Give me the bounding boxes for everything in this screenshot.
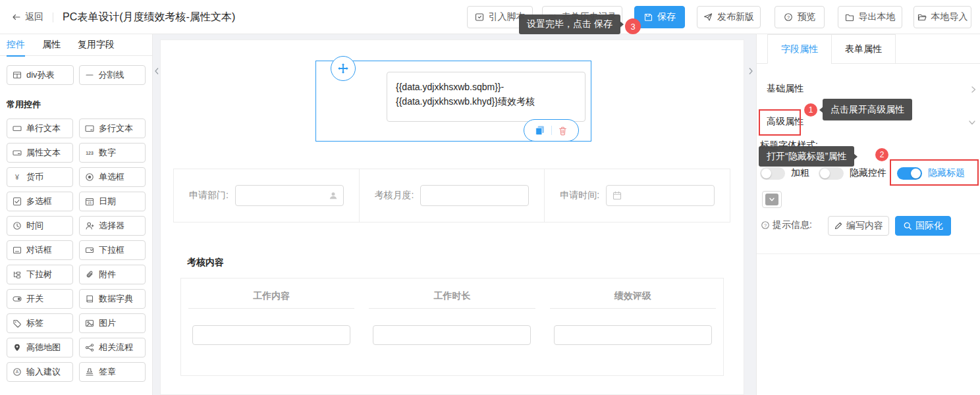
header: 返回 PC表单设计(月度绩效考核-属性文本) 引入脚本 表单历史记录 保存 发布…: [0, 0, 980, 34]
control-item[interactable]: ¥货币: [7, 167, 73, 187]
move-handle[interactable]: [331, 56, 356, 81]
chevron-right-icon[interactable]: [969, 85, 978, 94]
import-local-button[interactable]: 本地导入: [913, 6, 971, 28]
field-label: 申请时间:: [560, 190, 599, 201]
folder-open-icon: [917, 13, 927, 22]
hide-title-step-tooltip: 打开“隐藏标题”属性: [759, 146, 854, 167]
control-item[interactable]: 图片: [79, 313, 146, 333]
image-icon: [85, 319, 94, 328]
collapse-right-handle[interactable]: [747, 63, 755, 79]
control-item-label: 数据字典: [99, 293, 133, 305]
input-attr-icon: [13, 148, 22, 157]
copy-icon[interactable]: [535, 125, 545, 136]
control-item[interactable]: 下拉树: [7, 265, 73, 284]
control-item[interactable]: 123数字: [79, 143, 146, 163]
radio-icon: [85, 172, 94, 182]
table-cell-input[interactable]: [192, 325, 350, 345]
panel-tab-0[interactable]: 字段属性: [767, 34, 832, 64]
control-item[interactable]: 签章: [79, 362, 146, 382]
control-item[interactable]: 单行文本: [7, 118, 73, 138]
field-input[interactable]: [606, 185, 715, 206]
toggle-label: 加粗: [791, 167, 809, 179]
clock-icon: [13, 221, 22, 230]
control-item[interactable]: 多行文本: [79, 118, 146, 138]
publish-button[interactable]: 发布新版: [697, 6, 761, 28]
form-field-row: 申请部门:考核月度:申请时间:: [173, 169, 730, 223]
delete-icon[interactable]: [558, 126, 568, 136]
control-item-label: 多选框: [26, 196, 52, 207]
control-item-label: 签章: [99, 366, 116, 378]
toggle-label: 隐藏控件: [850, 167, 886, 179]
header-left: 返回 PC表单设计(月度绩效考核-属性文本): [12, 0, 235, 34]
control-item[interactable]: 相关流程: [79, 338, 146, 357]
person-fill-icon: [329, 191, 338, 200]
panel-tab-1[interactable]: 表单属性: [831, 34, 896, 64]
i18n-button[interactable]: 国际化: [895, 216, 951, 236]
sidebar-tab-0[interactable]: 控件: [7, 34, 25, 56]
sidebar-tabs: 控件属性复用字段: [0, 34, 152, 56]
pencil-icon: [834, 221, 843, 230]
control-item[interactable]: 下拉框: [79, 240, 146, 260]
field-input[interactable]: [420, 185, 529, 206]
selected-field-widget[interactable]: {{data.ydjxkhsxwb.sqbm}}- {{data.ydjxkhs…: [315, 61, 591, 142]
control-item[interactable]: 数据字典: [79, 289, 146, 309]
toggle-row: 加粗隐藏控件隐藏标题: [760, 166, 965, 180]
chevron-left-icon: [154, 67, 159, 75]
control-item-label: 多行文本: [99, 122, 133, 134]
section-advanced-props[interactable]: 高级属性: [767, 116, 803, 128]
chevron-down-icon[interactable]: [967, 118, 977, 127]
control-item[interactable]: 属性文本: [7, 143, 73, 163]
collapse-style-button[interactable]: [762, 191, 782, 208]
attribute-text-value[interactable]: {{data.ydjxkhsxwb.sqbm}}- {{data.ydjxkhs…: [387, 72, 585, 122]
control-item[interactable]: 多选框: [7, 192, 73, 211]
chevron-right-icon: [748, 67, 753, 75]
toggle-label: 隐藏标题: [928, 167, 965, 179]
step-badge-2: 2: [875, 148, 888, 161]
control-item-label: 输入建议: [26, 366, 61, 378]
control-item[interactable]: 对话框: [7, 240, 73, 260]
control-item-label: 日期: [99, 196, 116, 207]
control-item[interactable]: 附件: [79, 265, 146, 284]
control-item[interactable]: A输入建议: [7, 362, 73, 382]
column-header: 工作内容: [188, 278, 354, 309]
control-item[interactable]: 时间: [7, 216, 73, 236]
toggle-off[interactable]: [760, 167, 785, 180]
control-item-label: 选择器: [99, 220, 124, 232]
control-item[interactable]: 开关: [7, 289, 73, 309]
control-item[interactable]: 15日期: [79, 192, 146, 211]
control-item-label: 相关流程: [99, 342, 133, 354]
control-item[interactable]: 高德地图: [7, 338, 73, 357]
dash-icon: [85, 70, 94, 80]
tree-icon: [13, 270, 22, 279]
book-icon: [85, 294, 94, 303]
pin-icon: [13, 343, 22, 352]
save-button[interactable]: 保存: [634, 6, 685, 28]
folder-icon: [845, 13, 854, 22]
form-field-cell: 考核月度:: [359, 169, 545, 222]
export-local-button[interactable]: 导出本地: [838, 6, 902, 28]
field-input[interactable]: [235, 185, 344, 206]
table-cell-input[interactable]: [554, 325, 712, 345]
paper-plane-icon: [703, 13, 713, 22]
section-basic-props[interactable]: 基础属性: [767, 83, 803, 95]
toggle-off[interactable]: [819, 167, 844, 180]
canvas-area: {{data.ydjxkhsxwb.sqbm}}- {{data.ydjxkhs…: [153, 34, 756, 395]
write-content-button[interactable]: 编写内容: [828, 216, 889, 236]
control-item[interactable]: 选择器: [79, 216, 146, 236]
control-item[interactable]: 分割线: [79, 65, 146, 85]
person-add-icon: [85, 221, 94, 230]
svg-text:¥: ¥: [14, 173, 19, 181]
sidebar-tab-2[interactable]: 复用字段: [78, 34, 115, 56]
dialog-icon: [13, 246, 22, 255]
sidebar-tab-1[interactable]: 属性: [42, 34, 61, 56]
step-badge-1: 1: [804, 103, 817, 117]
back-button[interactable]: 返回: [12, 11, 43, 23]
table-cell-input[interactable]: [373, 325, 531, 345]
preview-button[interactable]: ? 预览: [775, 6, 825, 28]
field-label: 考核月度:: [375, 190, 414, 201]
control-item[interactable]: 单选框: [79, 167, 146, 187]
control-item[interactable]: div孙表: [7, 65, 74, 85]
page-title: PC表单设计(月度绩效考核-属性文本): [63, 11, 235, 24]
toggle-on[interactable]: [897, 167, 922, 180]
control-item[interactable]: 标签: [7, 313, 73, 333]
